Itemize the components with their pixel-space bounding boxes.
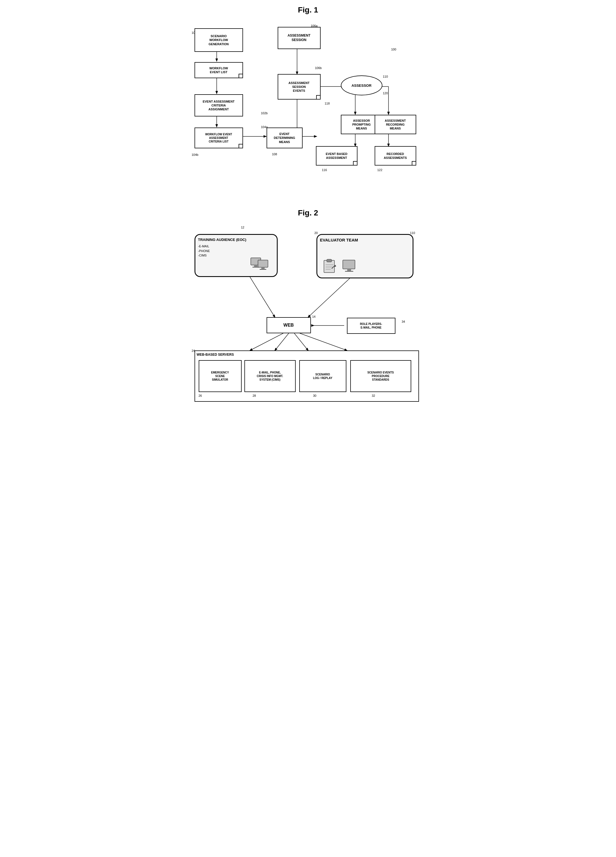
svg-rect-38 [345,271,353,272]
svg-line-22 [300,333,347,350]
monitor-icon-eval [342,260,356,273]
ref-30: 30 [313,394,316,397]
monitor-icon-2 [258,260,269,272]
ref-12: 12 [241,226,244,229]
fig1-title: Fig. 1 [189,6,427,14]
ref-122: 122 [377,168,382,172]
box-assessment-recording: ASSESSMENT RECORDING MEANS [375,115,416,134]
box-workflow-event-criteria: WORKFLOW EVENT ASSESSMENT CRITERIA LIST [195,128,243,149]
web-based-servers-label: WEB-BASED SERVERS [197,353,234,357]
ellipse-assessor: ASSESSOR [341,76,382,95]
svg-line-16 [250,277,275,317]
box-event-determining: EVENT DETERMINING MEANS [267,128,303,149]
ref-26: 26 [199,394,202,397]
box-assessment-session: ASSESSMENT SESSION [278,27,321,49]
box-assessment-session-events: ASSESSMENT SESSION EVENTS [278,74,321,99]
ref-32: 32 [372,394,375,397]
box-web: WEB [267,317,311,333]
ref-28: 28 [253,394,256,397]
ref-104b: 104b [192,153,198,156]
evaluator-team-title: EVALUATOR TEAM [320,238,410,242]
ref-14: 14 [312,315,316,318]
fig2-container: 12 12a 12b TRAINING AUDIENCE (EOC) -E-MA… [189,223,427,411]
training-audience-items: -E-MAIL -PHONE -CIMS [198,244,274,258]
box-role-players: ROLE PLAYERS- E-MAIL, PHONE [347,318,395,334]
box-scenario-workflow: SCENARIO WORKFLOW GENERATION [195,28,243,52]
box-event-assessment: EVENT ASSESSMENT CRITERIA ASSIGNMENT [195,94,243,116]
evaluator-team-group: EVALUATOR TEAM [316,234,414,278]
svg-rect-37 [347,269,351,271]
box-event-based-assessment: EVENT BASED ASSESSMENT [316,146,357,166]
ref-120: 120 [383,91,388,95]
ref-34: 34 [402,320,405,323]
ref-118: 118 [325,102,330,105]
svg-rect-29 [324,260,335,272]
svg-line-20 [275,333,289,350]
fig2-title: Fig. 2 [189,209,427,217]
svg-rect-28 [259,269,266,270]
ref-20: 20 [315,231,318,235]
box-email-phone-cims: E-MAIL, PHONE, CRISIS INFO MGMT. SYSTEM … [244,360,296,392]
ref-102b: 102b [261,111,268,115]
box-recorded-assessments: RECORDED ASSESSMENTS [375,146,416,166]
training-audience-title: TRAINING AUDIENCE (EOC) [198,238,274,242]
box-scenario-events: SCENARIO EVENTS PROCEDURE STANDARDS [350,360,411,392]
ref-100: 100 [391,48,396,51]
ref-108: 108 [272,153,277,156]
svg-rect-27 [261,267,265,269]
svg-rect-30 [327,259,332,262]
ref-110-fig2: 110 [410,231,415,235]
fig1-container: 102a SCENARIO WORKFLOW GENERATION WORKFL… [189,20,427,192]
svg-rect-26 [258,260,268,267]
svg-line-21 [294,333,308,350]
ref-116: 116 [322,168,327,172]
svg-rect-24 [254,265,258,267]
svg-line-19 [250,333,283,350]
svg-rect-36 [343,260,355,269]
ref-106b: 106b [315,66,322,70]
training-audience-group: TRAINING AUDIENCE (EOC) -E-MAIL -PHONE -… [195,234,278,277]
box-workflow-event-list: WORKFLOW EVENT LIST [195,62,243,78]
clipboard-icon [323,258,337,273]
svg-line-17 [308,278,350,317]
box-scenario-log: SCENARIO LOG / REPLAY [299,360,346,392]
box-emergency-scene: EMERGENCY SCENE SIMULATOR [199,360,242,392]
ref-110: 110 [383,75,388,78]
